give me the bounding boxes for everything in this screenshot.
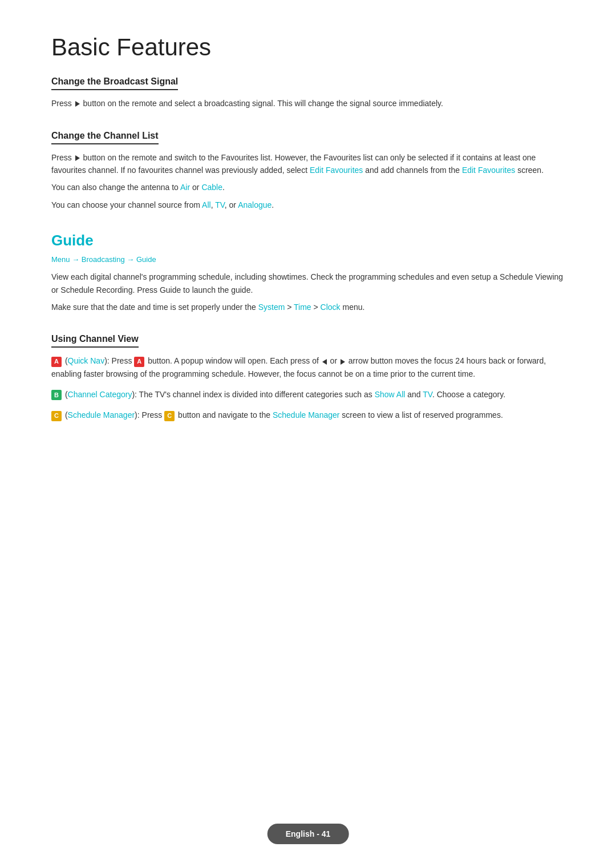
left-arrow-icon bbox=[322, 359, 327, 365]
source-text-end: . bbox=[271, 200, 274, 209]
edit-favourites-link1[interactable]: Edit Favourites bbox=[310, 166, 363, 175]
c-text-mid: button and navigate to the bbox=[176, 410, 273, 420]
b-text-mid: and bbox=[405, 390, 423, 399]
show-all-link[interactable]: Show All bbox=[375, 390, 406, 399]
source-text-mid2: , or bbox=[225, 200, 238, 209]
breadcrumb-broadcasting[interactable]: Broadcasting bbox=[82, 255, 125, 264]
a-text-start: : Press bbox=[107, 356, 134, 365]
arrow-icon bbox=[75, 101, 80, 107]
channel-view-b-row: B (Channel Category): The TV's channel i… bbox=[51, 388, 565, 401]
broadcast-signal-text: button on the remote and select a broadc… bbox=[83, 99, 443, 108]
footer-label: English - 41 bbox=[268, 824, 349, 844]
quick-nav-link[interactable]: Quick Nav bbox=[68, 356, 105, 365]
b-text-end: . Choose a category. bbox=[432, 390, 505, 399]
heading-channel-list: Change the Channel List bbox=[51, 131, 159, 144]
schedule-manager-link2[interactable]: Schedule Manager bbox=[273, 410, 340, 420]
cable-link[interactable]: Cable bbox=[201, 183, 222, 192]
page-title: Basic Features bbox=[51, 34, 565, 61]
time-link[interactable]: Time bbox=[294, 303, 311, 312]
clock-link[interactable]: Clock bbox=[321, 303, 341, 312]
channel-list-para1: Press button on the remote and switch to… bbox=[51, 151, 565, 177]
channel-view-c-row: C (Schedule Manager): Press C button and… bbox=[51, 409, 565, 421]
system-link[interactable]: System bbox=[258, 303, 285, 312]
breadcrumb-arrow2: → bbox=[127, 255, 136, 264]
breadcrumb-menu[interactable]: Menu bbox=[51, 255, 70, 264]
a-text-body: button. A popup window will open. Each p… bbox=[145, 356, 321, 365]
guide-para2-start: Make sure that the date and time is set … bbox=[51, 303, 258, 312]
press-label2: Press bbox=[51, 153, 74, 162]
b-text-start: : The TV's channel index is divided into… bbox=[135, 390, 375, 399]
breadcrumb-guide[interactable]: Guide bbox=[136, 255, 156, 264]
channel-view-a-row: A (Quick Nav): Press A button. A popup w… bbox=[51, 354, 565, 380]
badge-a: A bbox=[51, 357, 62, 367]
section-using-channel-view: Using Channel View A (Quick Nav): Press … bbox=[51, 334, 565, 422]
section-channel-list: Change the Channel List Press button on … bbox=[51, 131, 565, 212]
air-link[interactable]: Air bbox=[180, 183, 190, 192]
c-text-start: : Press bbox=[137, 410, 164, 420]
badge-a2: A bbox=[134, 357, 144, 367]
section-broadcast-signal: Change the Broadcast Signal Press button… bbox=[51, 76, 565, 110]
guide-para1: View each digital channel's programming … bbox=[51, 271, 565, 296]
section-guide: Guide Menu → Broadcasting → Guide View e… bbox=[51, 232, 565, 313]
antenna-text-mid: or bbox=[190, 183, 201, 192]
guide-para2-end: menu. bbox=[341, 303, 365, 312]
source-text-start: You can choose your channel source from bbox=[51, 200, 202, 209]
breadcrumb-arrow1: → bbox=[72, 255, 82, 264]
right-arrow-icon bbox=[341, 359, 345, 365]
heading-guide: Guide bbox=[51, 232, 565, 249]
tv-link[interactable]: TV bbox=[215, 200, 225, 209]
heading-using-channel-view: Using Channel View bbox=[51, 334, 139, 348]
antenna-text-start: You can also change the antenna to bbox=[51, 183, 180, 192]
channel-list-para2: You can also change the antenna to Air o… bbox=[51, 181, 565, 193]
badge-c: C bbox=[51, 411, 62, 421]
edit-favourites-link2[interactable]: Edit Favourites bbox=[462, 166, 515, 175]
c-text-end: screen to view a list of reserved progra… bbox=[339, 410, 502, 420]
analogue-link[interactable]: Analogue bbox=[238, 200, 271, 209]
all-link[interactable]: All bbox=[202, 200, 211, 209]
guide-gt2: > bbox=[311, 303, 321, 312]
schedule-manager-link[interactable]: Schedule Manager bbox=[68, 410, 135, 420]
press-label: Press bbox=[51, 99, 74, 108]
antenna-text-end: . bbox=[222, 183, 225, 192]
tv2-link[interactable]: TV bbox=[423, 390, 432, 399]
channel-list-text2: and add channels from the bbox=[363, 166, 462, 175]
badge-b: B bbox=[51, 390, 62, 400]
channel-category-link[interactable]: Channel Category bbox=[68, 390, 132, 399]
heading-broadcast-signal: Change the Broadcast Signal bbox=[51, 76, 178, 90]
breadcrumb: Menu → Broadcasting → Guide bbox=[51, 255, 565, 264]
badge-c2: C bbox=[164, 411, 175, 421]
channel-list-text3: screen. bbox=[515, 166, 544, 175]
guide-gt1: > bbox=[285, 303, 294, 312]
channel-list-para3: You can choose your channel source from … bbox=[51, 199, 565, 211]
guide-para2: Make sure that the date and time is set … bbox=[51, 301, 565, 313]
broadcast-signal-body: Press button on the remote and select a … bbox=[51, 97, 565, 110]
arrow-icon2 bbox=[75, 155, 80, 161]
